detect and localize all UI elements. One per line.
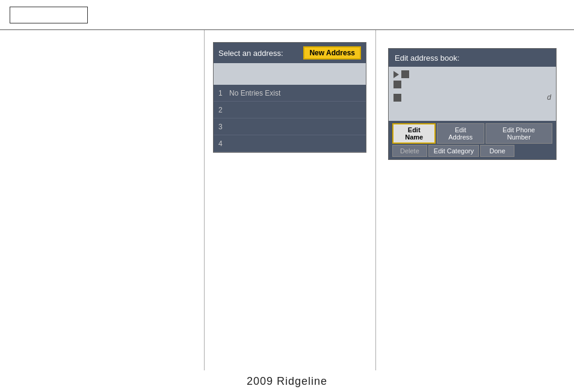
main-content: Select an address: New Address 1 No Entr…: [0, 30, 574, 370]
play-icon: [393, 71, 399, 78]
square-icon-1: [401, 70, 409, 78]
folder-icon-2: [393, 94, 401, 102]
select-address-header: Select an address: New Address: [214, 43, 366, 63]
row-num: 2: [218, 106, 229, 114]
edit-bottom-buttons: Edit Name Edit Address Edit Phone Number…: [389, 121, 556, 159]
table-row[interactable]: 3: [214, 118, 366, 135]
edit-address-title: Edit address book:: [395, 54, 460, 63]
right-panel: Edit address book: d: [376, 30, 574, 370]
d-icon: d: [547, 93, 551, 102]
icon-row-1: [393, 70, 551, 78]
footer-text: 2009 Ridgeline: [247, 375, 327, 388]
edit-address-button[interactable]: Edit Address: [437, 123, 484, 144]
new-address-button[interactable]: New Address: [303, 46, 361, 60]
button-row-2: Delete Edit Category Done: [392, 145, 514, 157]
top-bar: [0, 0, 574, 30]
icon-row-3: d: [393, 93, 551, 102]
edit-name-button[interactable]: Edit Name: [392, 123, 436, 144]
footer: 2009 Ridgeline: [0, 370, 574, 392]
no-entries-text: No Entries Exist: [229, 89, 361, 97]
edit-phone-number-button[interactable]: Edit Phone Number: [486, 123, 552, 144]
done-button[interactable]: Done: [480, 145, 514, 157]
top-input-box[interactable]: [10, 7, 88, 23]
icon-row-2: [393, 81, 551, 88]
table-row[interactable]: 2: [214, 102, 366, 118]
center-panel: Select an address: New Address 1 No Entr…: [205, 30, 376, 370]
edit-address-header: Edit address book:: [389, 49, 556, 67]
button-row-1: Edit Name Edit Address Edit Phone Number: [392, 123, 552, 144]
table-row[interactable]: 4: [214, 135, 366, 152]
address-rows: 1 No Entries Exist 2 3 4: [214, 85, 366, 152]
row-num: 3: [218, 123, 229, 131]
edit-address-content: d: [389, 67, 556, 121]
table-row[interactable]: 1 No Entries Exist: [214, 85, 366, 102]
select-address-label: Select an address:: [218, 49, 283, 58]
left-panel: [0, 30, 205, 370]
address-list-area: [214, 63, 366, 85]
delete-button[interactable]: Delete: [392, 145, 427, 157]
row-num: 1: [218, 89, 229, 97]
select-address-panel: Select an address: New Address 1 No Entr…: [213, 42, 366, 153]
folder-icon: [393, 81, 401, 88]
edit-address-panel: Edit address book: d: [388, 48, 557, 160]
row-num: 4: [218, 139, 229, 148]
edit-category-button[interactable]: Edit Category: [428, 145, 480, 157]
